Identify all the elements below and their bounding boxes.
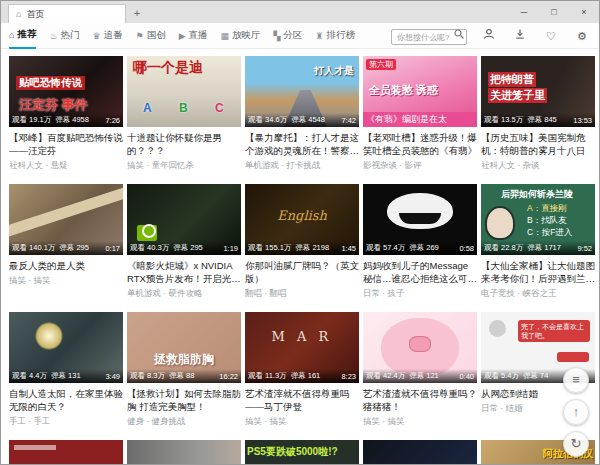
thumbnail-overlay-text: 关进笼子里 (488, 88, 547, 103)
video-meta: 妈妈收到儿子的Message秘信…谁忍心拒绝这么可爱的小鲨… 日常 · 孩子 (363, 259, 477, 300)
thumbnail-overlay-text: 《有翡》编剧是在太 (363, 112, 477, 127)
nav-item-anime[interactable]: ♛ 追番 (93, 23, 123, 49)
video-category: 搞笑 · 童年回忆杀 (127, 160, 241, 172)
nav-item-ranking[interactable]: ♜ 排行榜 (316, 23, 356, 49)
thumbnail-overlay-text: A (143, 101, 152, 115)
video-duration: 1:45 (341, 244, 356, 253)
video-thumbnail: 观看 57.4万 弹幕 269 0:58 (363, 184, 477, 255)
video-thumbnail: 观看 42.4万 弹幕 121 0:40 (363, 312, 477, 383)
video-card[interactable]: 观看 57.4万 弹幕 269 0:58 妈妈收到儿子的Message秘信…谁忍… (363, 184, 477, 300)
thumbnail-overlay-text: 贴吧恐怖传说 (16, 76, 85, 90)
danmaku-count: 弹幕 4958 (55, 115, 89, 125)
view-count: 观看 155.1万 (248, 243, 291, 253)
video-card[interactable]: 观看 140.1万 弹幕 295 0:17 最反人类的是人类 搞笑 · 搞笑 (9, 184, 123, 300)
video-duration: 1:19 (223, 244, 238, 253)
video-meta: 【历史五味】美国宪制危机：特朗普的雾月十八日 社科人文 · 杂谈 (481, 131, 595, 172)
video-card[interactable]: 观看 4.4万 弹幕 131 3:49 自制人造太阳，在家里体验无限的白天？ 手… (9, 312, 123, 428)
video-card[interactable]: 观看 34.6万 弹幕 4548 7:42 打人才是 【暴力摩托】：打人才是这个… (245, 56, 359, 172)
flag-icon: ⚑ (136, 31, 144, 41)
video-card[interactable]: 观看 42.4万 弹幕 121 0:40 艺术渣渣就不值得尊重吗？猪猪猪！ 搞笑… (363, 312, 477, 428)
video-card[interactable]: 观看 8.3万 弹幕 88 16:22 拯救脂肪胸 【拯救计划】如何去除脂肪胸 … (127, 312, 241, 428)
video-card[interactable]: 观看 155.1万 弹幕 2198 1:45 English 你那叫油腻厂牌吗？… (245, 184, 359, 300)
favorites-button[interactable]: ♡ (542, 28, 560, 44)
danmaku-count: 弹幕 269 (409, 243, 439, 253)
video-thumbnail: 观看 19.1万 弹幕 4958 7:26 贴吧恐怖传说汪定芬 事件 (9, 56, 123, 127)
new-tab-button[interactable]: + (126, 4, 148, 23)
close-button[interactable]: × (569, 1, 599, 23)
video-card[interactable]: PS5要跌破5000啦!? (245, 440, 359, 464)
minimize-button[interactable]: ─ (509, 1, 539, 23)
nav-bar: ⌂ 推荐 ♨ 热门 ♛ 追番 ⚑ 国创 ▶ 直播 ▦ 放映厅 ▚ 分区 ♜ 排行 (1, 23, 599, 49)
video-meta: 艺术渣滓就不值得尊重吗——马丁伊登 搞笑 · 搞笑 (245, 387, 359, 428)
view-count: 观看 40.3万 (130, 243, 169, 253)
back-to-top-fab-button[interactable]: ↑ (563, 399, 589, 425)
video-thumbnail: 观看 22.8万 弹幕 1717 9:52 后羿如何斩杀兰陵A：直接刚B：找队友… (481, 184, 595, 255)
episode-badge: 第六期 (366, 59, 396, 70)
video-card[interactable]: 观看 11.3万 弹幕 161 8:23 M A R 艺术渣滓就不值得尊重吗——… (245, 312, 359, 428)
nav-label: 推荐 (17, 28, 36, 41)
video-duration: 8:23 (341, 372, 356, 381)
view-count: 观看 11.3万 (248, 371, 287, 381)
tab-home[interactable]: ⌂ 首页 (8, 4, 126, 23)
video-card[interactable] (127, 440, 241, 464)
thumbnail-overlay-text: 打人才是 (314, 64, 354, 78)
thumbnail-overlay-text: C (215, 101, 224, 115)
thumbnail-overlay-text: 汪定芬 事件 (19, 96, 88, 114)
nav-item-hot[interactable]: ♨ 热门 (49, 23, 79, 49)
video-category: 翻唱 · 翻唱 (245, 288, 359, 300)
danmaku-count: 弹幕 161 (291, 371, 321, 381)
danmaku-count: 弹幕 295 (173, 243, 203, 253)
video-meta: 《暗影火炬城》x NVIDIA RTX预告片发布！开启光追新时代！ 单机游戏 ·… (127, 259, 241, 300)
view-count: 观看 4.4万 (12, 371, 47, 381)
flame-icon: ♨ (49, 31, 57, 41)
content-area: 观看 19.1万 弹幕 4958 7:26 贴吧恐怖传说汪定芬 事件 【邓峰】百… (1, 49, 599, 464)
download-icon (514, 28, 526, 40)
video-category: 手工 · 手工 (9, 416, 123, 428)
nav-item-sections[interactable]: ▚ 分区 (274, 23, 303, 49)
video-meta: 【暴力摩托】：打人才是这个游戏的灵魂所在！警察都制不住！ 单机游戏 · 打卡挑战 (245, 131, 359, 172)
video-card[interactable]: 观看 13.5万 弹幕 845 13:53 把特朗普关进笼子里 【历史五味】美国… (481, 56, 595, 172)
nav-item-recommend[interactable]: ⌂ 推荐 (9, 23, 36, 49)
thumbnail-overlay-text: 完了，不会是喜欢上我了吧。 (518, 320, 590, 342)
video-card[interactable]: 观看 22.8万 弹幕 1717 9:52 后羿如何斩杀兰陵A：直接刚B：找队友… (481, 184, 595, 300)
nav-item-live[interactable]: ▶ 直播 (179, 23, 208, 49)
maximize-button[interactable]: □ (539, 1, 569, 23)
video-meta: 【拯救计划】如何去除脂肪胸 打造完美胸型！ 健身 · 健身挑战 (127, 387, 241, 428)
video-card[interactable]: 第六期全员装憨 诱惑《有翡》编剧是在太 【老邓吐槽】迷惑升级！爆笑吐槽全员装憨的… (363, 56, 477, 172)
video-duration: 0:40 (459, 372, 474, 381)
trophy-icon: ♜ (316, 31, 324, 41)
video-title: 艺术渣渣就不值得尊重吗？猪猪猪！ (363, 387, 477, 413)
download-button[interactable] (511, 28, 529, 44)
thumbnail-overlay-text: PS5要跌破5000啦!? (247, 445, 338, 459)
video-category: 搞笑 · 搞笑 (9, 275, 123, 287)
refresh-fab-button[interactable]: ↻ (563, 431, 589, 457)
video-card[interactable]: 观看 40.3万 弹幕 295 1:19 《暗影火炬城》x NVIDIA RTX… (127, 184, 241, 300)
video-stats: 观看 4.4万 弹幕 131 3:49 (9, 369, 123, 383)
user-button[interactable] (480, 28, 498, 44)
video-card[interactable] (363, 440, 477, 464)
settings-button[interactable]: ⚙ (573, 28, 591, 44)
video-meta: 你那叫油腻厂牌吗？（英文版） 翻唱 · 翻唱 (245, 259, 359, 300)
nav-label: 分区 (284, 29, 303, 42)
nav-item-guochuang[interactable]: ⚑ 国创 (136, 23, 166, 49)
video-thumbnail (127, 440, 241, 464)
video-thumbnail: 观看 11.3万 弹幕 161 8:23 M A R (245, 312, 359, 383)
video-thumbnail: PS5要跌破5000啦!? (245, 440, 359, 464)
video-title: 你那叫油腻厂牌吗？（英文版） (245, 259, 359, 285)
video-thumbnail: 哪一个是迪ABC (127, 56, 241, 127)
video-category: 影视杂谈 · 影评 (363, 160, 477, 172)
thumbnail-overlay-text: 后羿如何斩杀兰陵 (501, 188, 573, 201)
video-meta: 【大仙全家桶】让大仙题图来考考你们！后羿遇到兰陵王必出… 电子竞技 · 峡谷之王 (481, 259, 595, 300)
video-duration: 9:52 (577, 244, 592, 253)
nav-item-cinema[interactable]: ▦ 放映厅 (221, 23, 261, 49)
home-icon: ⌂ (9, 30, 14, 40)
danmaku-count: 弹幕 2198 (295, 243, 329, 253)
video-category: 社科人文 · 悬疑 (9, 160, 123, 172)
video-card[interactable]: 哪一个是迪ABC 十道题让你怀疑你是男的？？？ 搞笑 · 童年回忆杀 (127, 56, 241, 172)
video-card[interactable] (9, 440, 123, 464)
danmaku-count: 弹幕 121 (409, 371, 439, 381)
menu-fab-button[interactable]: ≡ (563, 367, 589, 393)
gear-icon: ⚙ (577, 30, 587, 42)
video-stats: 观看 34.6万 弹幕 4548 7:42 (245, 113, 359, 127)
video-card[interactable]: 观看 19.1万 弹幕 4958 7:26 贴吧恐怖传说汪定芬 事件 【邓峰】百… (9, 56, 123, 172)
